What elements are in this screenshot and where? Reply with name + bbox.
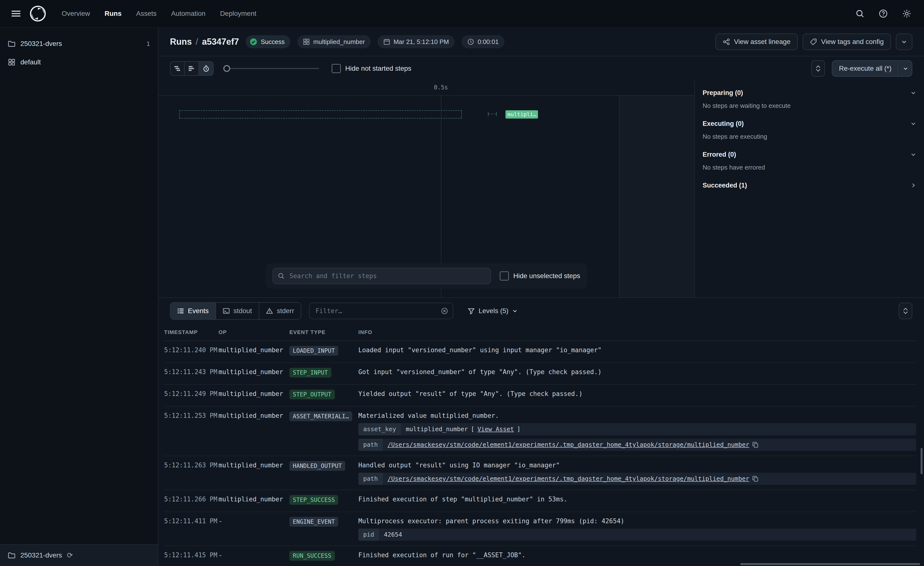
checkbox-box[interactable] [332,64,341,73]
chevron-down-icon [910,152,916,157]
zoom-slider[interactable] [224,61,319,76]
dagster-logo[interactable] [29,5,46,23]
log-op: multiplied_number [219,495,290,507]
log-message: Finished execution of run for "__ASSET_J… [358,551,916,559]
gantt-step-bar[interactable]: multipli… [506,110,538,119]
log-row[interactable]: 5:12:11.240 PMmultiplied_numberLOADED_IN… [164,341,916,363]
log-message: Loaded input "versioned_number" using in… [358,346,916,354]
tab-stderr[interactable]: stderr [259,303,301,319]
dagster-app: Overview Runs Assets Automation Deployme… [0,0,924,566]
duration-tag: 0:00:01 [462,35,504,48]
run-actions-chevron-button[interactable] [896,33,912,50]
event-type-badge: LOADED_INPUT [290,346,338,356]
log-timestamp: 5:12:11.411 PM [164,517,219,541]
waterfall-view-icon[interactable] [170,61,184,76]
hide-unselected-checkbox[interactable]: Hide unselected steps [500,271,580,281]
sync-icon[interactable]: ⟳ [67,552,73,559]
clear-filter-icon[interactable] [441,307,448,314]
log-row[interactable]: 5:12:11.411 PM-ENGINE_EVENTMultiprocess … [164,512,916,546]
logs-expand-icon[interactable] [899,303,912,319]
log-row[interactable]: 5:12:11.266 PMmultiplied_numberSTEP_SUCC… [164,490,916,512]
log-row[interactable]: 5:12:11.243 PMmultiplied_numberSTEP_INPU… [164,363,916,385]
chevron-down-icon [901,39,907,45]
funnel-icon [468,307,475,314]
clock-icon [467,38,474,45]
view-tags-config-button[interactable]: View tags and config [802,33,891,50]
metadata-link[interactable]: /Users/smackesey/stm/code/element1/exper… [387,475,749,483]
status-section-header[interactable]: Executing (0) [695,114,924,133]
status-section-errored: Errored (0) No steps have errored [695,145,924,176]
search-icon[interactable] [854,7,866,20]
breadcrumb-runs-link[interactable]: Runs [170,37,192,47]
event-type-badge: RUN_SUCCESS [290,551,335,561]
column-header-info: INFO [358,329,916,336]
hide-not-started-checkbox[interactable]: Hide not started steps [332,64,411,73]
logs-toolbar: Events stdout stderr [158,298,924,324]
vertical-scrollbar-thumb[interactable] [921,448,922,474]
gantt-expand-icon[interactable] [812,60,825,77]
run-id: a5347ef7 [202,37,239,47]
header-actions: View asset lineage View tags and config [716,33,912,50]
logs-panel: Events stdout stderr [158,297,924,566]
menu-icon[interactable] [8,5,24,22]
sidebar-item-default[interactable]: default [0,53,158,71]
tab-events[interactable]: Events [170,303,216,319]
status-section-header[interactable]: Errored (0) [695,145,924,164]
sidebar-footer[interactable]: 250321-dvers ⟳ [0,544,158,566]
log-row[interactable]: 5:12:11.253 PMmultiplied_numberASSET_MAT… [164,406,916,456]
metadata-value: multiplied_number [View Asset] [401,423,916,435]
status-section-succeeded: Succeeded (1) [695,176,924,194]
sidebar: 250321-dvers 1 default 250321-dvers ⟳ [0,28,158,566]
status-section-header[interactable]: Preparing (0) [695,84,924,102]
log-filter-input[interactable] [314,307,437,315]
breadcrumb: Runs / a5347ef7 [170,37,239,47]
copy-icon[interactable] [752,442,758,448]
warning-icon [266,307,273,314]
column-header-op: OP [219,329,290,336]
chevron-right-icon [910,182,916,188]
log-timestamp: 5:12:11.266 PM [164,495,219,507]
status-section-header[interactable]: Succeeded (1) [695,176,924,194]
asset-icon [303,38,310,45]
help-icon[interactable] [877,7,890,20]
log-timestamp: 5:12:11.249 PM [164,390,219,401]
log-filter-box[interactable] [309,303,453,319]
reexecute-caret-button[interactable] [899,60,912,77]
timed-view-icon[interactable] [199,61,214,76]
metadata-entry: asset_keymultiplied_number [View Asset] [358,423,916,435]
metadata-key: pid [358,528,379,541]
settings-gear-icon[interactable] [900,7,914,20]
asset-tag[interactable]: multiplied_number [297,35,370,48]
copy-icon[interactable] [752,476,758,482]
nav-item-assets[interactable]: Assets [130,6,163,21]
view-asset-lineage-button[interactable]: View asset lineage [716,33,798,50]
zoom-slider-track[interactable] [224,68,319,69]
status-section-preparing: Preparing (0) No steps are waiting to ex… [695,84,924,114]
chevron-down-icon [910,121,916,126]
checkbox-box[interactable] [500,271,509,281]
flat-view-icon[interactable] [184,61,199,76]
horizontal-scrollbar-thumb[interactable] [740,563,920,565]
zoom-slider-knob[interactable] [224,65,230,72]
log-row[interactable]: 5:12:11.249 PMmultiplied_numberSTEP_OUTP… [164,385,916,406]
list-icon [177,307,184,314]
reexecute-all-button[interactable]: Re-execute all (*) [832,60,899,77]
nav-item-deployment[interactable]: Deployment [214,6,262,21]
log-message: Multiprocess executor: parent process ex… [358,517,916,525]
metadata-entry: path/Users/smackesey/stm/code/element1/e… [358,473,916,485]
nav-item-overview[interactable]: Overview [56,6,96,21]
event-type-badge: ENGINE_EVENT [290,517,338,527]
chevron-down-icon [903,66,908,71]
sidebar-item-code-location[interactable]: 250321-dvers 1 [0,35,158,53]
nav-item-automation[interactable]: Automation [165,6,212,21]
log-timestamp: 5:12:11.415 PM [164,551,219,563]
step-search-box[interactable] [272,268,491,284]
log-row[interactable]: 5:12:11.263 PMmultiplied_numberHANDLED_O… [164,456,916,490]
tab-stdout[interactable]: stdout [216,303,259,319]
metadata-link[interactable]: View Asset [477,425,514,434]
nav-item-runs[interactable]: Runs [98,6,128,21]
levels-filter-button[interactable]: Levels (5) [465,307,520,315]
metadata-link[interactable]: /Users/smackesey/stm/code/element1/exper… [387,441,749,449]
step-search-input[interactable] [288,272,486,280]
search-icon [278,272,285,279]
